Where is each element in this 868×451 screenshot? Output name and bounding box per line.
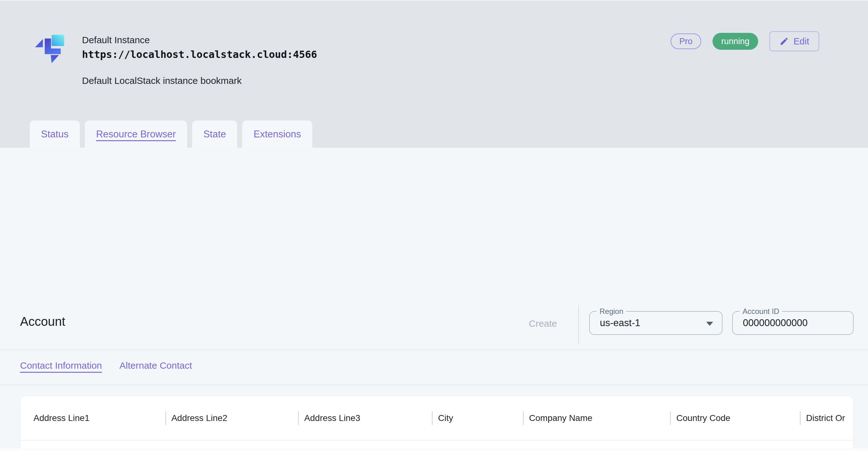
column-header-address-line3[interactable]: Address Line3: [298, 396, 432, 440]
region-select-value: us-east-1: [600, 312, 640, 334]
pencil-icon: [779, 37, 789, 46]
account-id-field: Account ID: [732, 311, 854, 335]
tab-extensions[interactable]: Extensions: [242, 120, 312, 148]
column-header-country-code[interactable]: Country Code: [670, 396, 800, 440]
localstack-instance-page: Default Instance https://localhost.local…: [0, 0, 868, 451]
edit-button-label: Edit: [794, 36, 809, 47]
tab-status[interactable]: Status: [30, 120, 80, 148]
toolbar-bottom-divider: [0, 350, 868, 350]
tab-resource-browser[interactable]: Resource Browser: [85, 120, 187, 148]
edit-button[interactable]: Edit: [769, 31, 819, 51]
subtabs-bottom-divider: [0, 385, 868, 385]
tab-state[interactable]: State: [192, 120, 237, 148]
toolbar-divider: [578, 305, 579, 344]
region-select[interactable]: Region us-east-1: [589, 311, 722, 335]
create-button[interactable]: Create: [529, 318, 557, 329]
subtab-alternate-contact[interactable]: Alternate Contact: [120, 360, 192, 371]
instance-title: Default Instance: [82, 35, 150, 46]
instance-tabs: Status Resource Browser State Extensions: [30, 120, 312, 148]
subtab-contact-information[interactable]: Contact Information: [20, 360, 102, 371]
running-status-badge: running: [712, 33, 758, 50]
localstack-logo-icon: [30, 31, 66, 67]
page-title: Account: [20, 314, 65, 329]
column-header-address-line1[interactable]: Address Line1: [20, 396, 165, 440]
instance-description: Default LocalStack instance bookmark: [82, 76, 242, 86]
contact-information-table: Address Line1 Address Line2 Address Line…: [20, 396, 854, 451]
header-actions: Pro running Edit: [671, 31, 819, 51]
column-header-address-line2[interactable]: Address Line2: [165, 396, 298, 440]
column-header-district[interactable]: District Or: [800, 396, 853, 440]
account-subtabs: Contact Information Alternate Contact: [20, 360, 192, 371]
resource-browser-panel: Account Create Region us-east-1 Account …: [0, 148, 868, 451]
account-id-input[interactable]: [743, 312, 846, 334]
table-header-row: Address Line1 Address Line2 Address Line…: [20, 396, 853, 441]
column-header-city[interactable]: City: [432, 396, 523, 440]
column-header-company-name[interactable]: Company Name: [523, 396, 670, 440]
instance-url: https://localhost.localstack.cloud:4566: [82, 49, 317, 60]
bottom-edge: [0, 449, 868, 451]
pro-badge: Pro: [671, 33, 701, 49]
chevron-down-icon: [706, 322, 713, 326]
